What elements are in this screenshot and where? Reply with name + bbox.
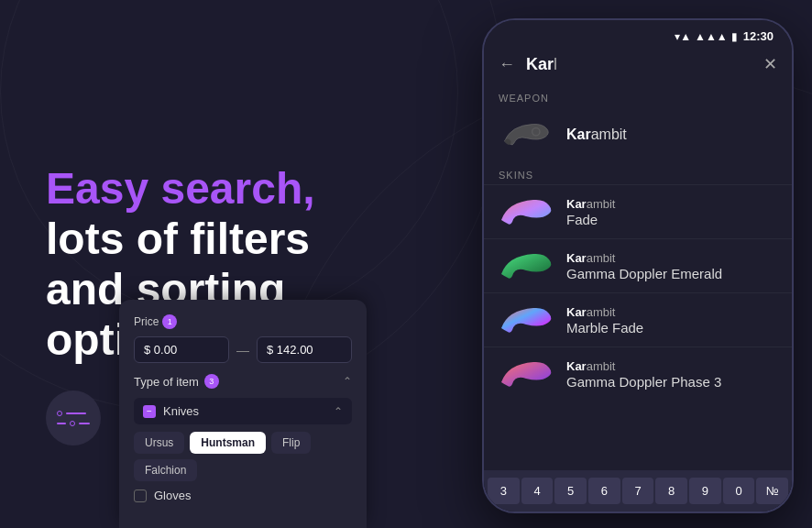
skin-name-bottom-gdp3: Gamma Doppler Phase 3	[566, 374, 721, 390]
weapon-name: Karambit	[566, 126, 627, 143]
price-to-input[interactable]	[257, 336, 352, 363]
phone-mockup: ▾▲ ▲▲▲ ▮ 12:30 ← Karl ✕ WEAPON	[482, 18, 794, 513]
wifi-icon: ▾▲	[675, 30, 691, 43]
price-badge: 1	[162, 314, 177, 329]
type-badge: 3	[204, 374, 219, 389]
price-from-input[interactable]	[134, 336, 229, 363]
filter-dot-2	[70, 421, 75, 426]
weapon-name-rest: ambit	[591, 126, 627, 142]
filter-icon	[57, 411, 90, 426]
close-button[interactable]: ✕	[763, 54, 777, 74]
search-rest: l	[554, 55, 557, 73]
gloves-checkbox[interactable]	[134, 490, 147, 502]
key-6[interactable]: 6	[588, 478, 620, 504]
price-dash: —	[236, 343, 249, 358]
skin-info-gdp3: Karambit Gamma Doppler Phase 3	[566, 359, 721, 390]
skin-info-fade: Karambit Fade	[566, 197, 615, 227]
key-7[interactable]: 7	[622, 478, 654, 504]
knives-chevron-icon[interactable]: ⌃	[334, 405, 343, 418]
skin-name-top-fade: Karambit	[566, 197, 615, 211]
knife-type-flip[interactable]: Flip	[271, 432, 311, 454]
skin-image-marble-fade	[499, 302, 554, 337]
knife-types: Ursus Huntsman Flip Falchion	[134, 432, 352, 481]
phone-inner: ▾▲ ▲▲▲ ▮ 12:30 ← Karl ✕ WEAPON	[484, 20, 792, 512]
weapon-section-label: WEAPON	[484, 85, 792, 107]
type-section: Type of item 3 ⌃ − Knives ⌃ Ursus Huntsm…	[134, 374, 352, 502]
back-button[interactable]: ←	[499, 55, 515, 74]
signal-icon: ▲▲▲	[695, 30, 728, 43]
knives-label: − Knives	[143, 404, 199, 418]
status-bar: ▾▲ ▲▲▲ ▮ 12:30	[484, 20, 792, 47]
key-9[interactable]: 9	[689, 478, 721, 504]
price-label: Price 1	[134, 314, 352, 329]
skin-item-marble-fade[interactable]: Karambit Marble Fade	[484, 292, 792, 346]
key-4[interactable]: 4	[521, 478, 554, 504]
price-section: Price 1 —	[134, 314, 352, 363]
filter-dot-1	[57, 411, 62, 416]
type-header: Type of item 3 ⌃	[134, 374, 352, 389]
key-num[interactable]: №	[756, 478, 788, 504]
skin-info-gamma-doppler-emerald: Karambit Gamma Doppler Emerald	[566, 251, 722, 281]
skin-info-marble-fade: Karambit Marble Fade	[566, 305, 643, 336]
minus-icon[interactable]: −	[143, 405, 156, 418]
knives-row: − Knives ⌃	[134, 398, 352, 424]
karambit-weapon-svg	[501, 119, 552, 150]
headline-accent: Easy search,	[46, 164, 315, 213]
skin-name-bottom-mf: Marble Fade	[566, 320, 643, 336]
key-8[interactable]: 8	[655, 478, 687, 504]
type-label: Type of item 3	[134, 374, 219, 389]
gloves-label: Gloves	[154, 489, 191, 502]
skin-image-gamma-doppler-emerald	[499, 248, 554, 283]
search-text[interactable]: Karl	[526, 55, 752, 74]
skin-name-top-mf: Karambit	[566, 305, 643, 319]
gloves-row: Gloves	[134, 489, 352, 502]
knife-type-falchion[interactable]: Falchion	[134, 459, 197, 481]
weapon-name-highlight: Kar	[566, 126, 591, 142]
weapon-image	[499, 116, 554, 153]
chevron-up-icon[interactable]: ⌃	[343, 375, 352, 388]
weapon-result-karambit[interactable]: Karambit	[484, 107, 792, 162]
skin-name-bottom-fade: Fade	[566, 212, 615, 227]
skin-image-gdp3	[499, 357, 554, 391]
filter-panel: Price 1 — Type of item 3 ⌃ −	[119, 300, 367, 528]
filter-bar-2a	[57, 423, 66, 424]
filter-bar-1	[66, 412, 86, 414]
key-5[interactable]: 5	[554, 478, 587, 504]
skin-item-gamma-doppler-phase3[interactable]: Karambit Gamma Doppler Phase 3	[484, 346, 792, 401]
search-bar: ← Karl ✕	[484, 47, 792, 85]
skin-name-top-gdp3: Karambit	[566, 359, 721, 373]
key-0[interactable]: 0	[723, 478, 755, 504]
battery-icon: ▮	[731, 30, 738, 43]
skin-name-top-gde: Karambit	[566, 251, 722, 265]
filter-bar-2b	[79, 423, 90, 424]
status-icons: ▾▲ ▲▲▲ ▮	[675, 30, 738, 43]
skin-image-fade	[499, 194, 554, 229]
filter-icon-circle	[46, 390, 101, 446]
knife-type-huntsman[interactable]: Huntsman	[190, 432, 266, 454]
keyboard-bar: 3 4 5 6 7 8 9 0 №	[484, 470, 792, 512]
search-highlight: Kar	[526, 55, 554, 73]
scroll-content: WEAPON Karambit SKINS	[484, 85, 792, 470]
price-inputs: —	[134, 336, 352, 363]
left-section: Easy search, lots of filters and sorting…	[0, 0, 431, 528]
knife-type-ursus[interactable]: Ursus	[134, 432, 184, 454]
skins-section-label: SKINS	[484, 162, 792, 184]
skin-name-bottom-gde: Gamma Doppler Emerald	[566, 266, 722, 281]
key-3[interactable]: 3	[488, 478, 520, 504]
skin-item-fade[interactable]: Karambit Fade	[484, 184, 792, 238]
skin-item-gamma-doppler-emerald[interactable]: Karambit Gamma Doppler Emerald	[484, 238, 792, 292]
time-display: 12:30	[743, 29, 774, 43]
